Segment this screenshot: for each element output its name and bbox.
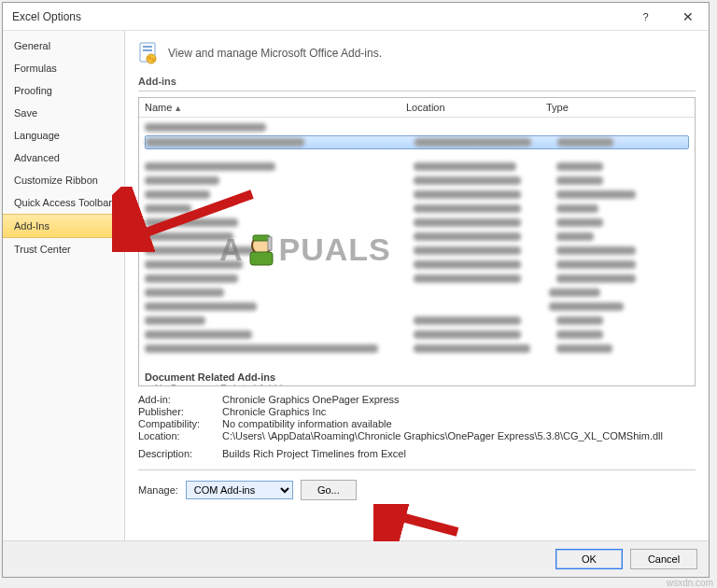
sort-asc-icon: ▲ xyxy=(174,104,182,113)
doc-related-note: No Document Related Add-ins xyxy=(145,383,689,385)
window-title: Excel Options xyxy=(12,10,81,23)
detail-compat-value: No compatibility information available xyxy=(222,418,696,429)
table-row[interactable] xyxy=(145,315,689,327)
svg-rect-2 xyxy=(143,49,152,51)
table-row[interactable] xyxy=(145,161,689,173)
detail-addin-value: Chronicle Graphics OnePager Express xyxy=(222,394,696,405)
table-row[interactable] xyxy=(145,203,689,215)
table-row[interactable] xyxy=(145,259,689,271)
titlebar: Excel Options ? ✕ xyxy=(3,3,709,31)
dialog-body: General Formulas Proofing Save Language … xyxy=(3,31,709,540)
manage-select[interactable]: COM Add-ins xyxy=(186,481,293,499)
detail-location-label: Location: xyxy=(138,430,222,441)
table-row[interactable] xyxy=(145,217,689,229)
sidebar-item-customize-ribbon[interactable]: Customize Ribbon xyxy=(3,169,124,191)
heading-row: View and manage Microsoft Office Add-ins… xyxy=(138,42,696,64)
table-row[interactable] xyxy=(145,135,689,149)
table-row[interactable] xyxy=(145,273,689,285)
doc-related-title: Document Related Add-ins xyxy=(145,371,689,383)
column-location[interactable]: Location xyxy=(406,102,546,113)
dialog-footer: OK Cancel xyxy=(3,540,709,577)
sidebar-item-advanced[interactable]: Advanced xyxy=(3,147,124,169)
close-button[interactable]: ✕ xyxy=(667,4,709,30)
sidebar-item-proofing[interactable]: Proofing xyxy=(3,79,124,102)
table-row[interactable] xyxy=(145,121,689,133)
dialog-window: Excel Options ? ✕ General Formulas Proof… xyxy=(2,2,710,578)
table-row[interactable] xyxy=(145,189,689,201)
addins-icon xyxy=(138,42,159,64)
table-row[interactable] xyxy=(145,175,689,187)
sidebar-item-formulas[interactable]: Formulas xyxy=(3,57,124,79)
addin-details: Add-in:Chronicle Graphics OnePager Expre… xyxy=(138,394,696,460)
table-row[interactable] xyxy=(145,343,689,355)
column-type[interactable]: Type xyxy=(546,102,689,113)
manage-row: Manage: COM Add-ins Go... xyxy=(138,469,696,510)
table-header: Name▲ Location Type xyxy=(139,98,695,118)
detail-addin-label: Add-in: xyxy=(138,394,222,405)
manage-label: Manage: xyxy=(138,484,178,496)
table-row[interactable] xyxy=(145,329,689,341)
column-name[interactable]: Name▲ xyxy=(145,102,406,113)
detail-publisher-value: Chronicle Graphics Inc xyxy=(222,406,696,417)
table-body[interactable]: Document Related Add-ins No Document Rel… xyxy=(139,118,695,385)
table-row[interactable] xyxy=(145,245,689,257)
titlebar-controls: ? ✕ xyxy=(625,4,709,30)
svg-rect-1 xyxy=(143,46,152,48)
section-title: Add-ins xyxy=(138,76,696,91)
svg-point-5 xyxy=(151,58,155,62)
detail-compat-label: Compatibility: xyxy=(138,418,222,429)
cancel-button[interactable]: Cancel xyxy=(630,549,697,569)
ok-button[interactable]: OK xyxy=(555,549,623,569)
sidebar: General Formulas Proofing Save Language … xyxy=(3,31,125,540)
sidebar-item-qat[interactable]: Quick Access Toolbar xyxy=(3,191,124,214)
table-row[interactable] xyxy=(145,301,689,313)
detail-publisher-label: Publisher: xyxy=(138,406,222,417)
watermark-url: wsxdn.com xyxy=(667,578,713,588)
addins-table: Name▲ Location Type xyxy=(138,97,696,386)
table-row[interactable] xyxy=(145,231,689,243)
table-row[interactable] xyxy=(145,287,689,299)
detail-location-value: C:\Users\ \AppData\Roaming\Chronicle Gra… xyxy=(222,430,696,441)
sidebar-item-trust-center[interactable]: Trust Center xyxy=(3,238,124,260)
sidebar-item-general[interactable]: General xyxy=(3,35,124,57)
sidebar-item-language[interactable]: Language xyxy=(3,124,124,147)
content-pane: View and manage Microsoft Office Add-ins… xyxy=(125,31,709,540)
heading-text: View and manage Microsoft Office Add-ins… xyxy=(168,47,382,60)
sidebar-item-addins[interactable]: Add-Ins xyxy=(3,214,124,238)
detail-description-value: Builds Rich Project Timelines from Excel xyxy=(222,448,696,459)
go-button[interactable]: Go... xyxy=(301,480,357,500)
svg-point-4 xyxy=(148,56,151,60)
detail-description-label: Description: xyxy=(138,448,222,459)
sidebar-item-save[interactable]: Save xyxy=(3,102,124,124)
help-button[interactable]: ? xyxy=(625,4,667,30)
